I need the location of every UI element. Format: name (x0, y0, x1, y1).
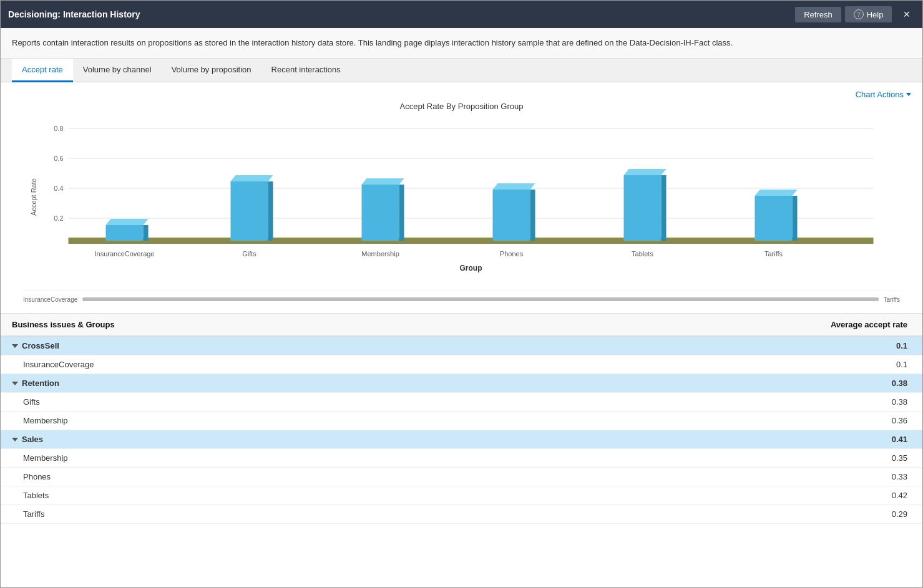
table-row: Membership 0.36 (1, 411, 922, 430)
chart-actions-arrow-icon (906, 93, 911, 96)
group-name-cell: Retention (1, 374, 506, 392)
svg-text:Tablets: Tablets (632, 250, 653, 258)
scroll-right-label: Tariffs (884, 296, 901, 303)
bar-chart: Accept Rate 0.8 0.6 0.4 0.2 (12, 116, 911, 278)
svg-rect-25 (793, 196, 798, 241)
bar-membership (362, 185, 399, 241)
app-window: Decisioning: Interaction History Refresh… (0, 0, 923, 588)
svg-text:0.4: 0.4 (54, 185, 63, 192)
titlebar: Decisioning: Interaction History Refresh… (1, 1, 922, 28)
close-icon: × (903, 8, 910, 21)
group-name-cell: CrossSell (1, 336, 506, 355)
svg-rect-13 (268, 181, 273, 241)
child-name-cell: Tariffs (1, 504, 506, 523)
svg-text:0.6: 0.6 (54, 155, 63, 162)
scrollbar-track[interactable] (82, 297, 878, 301)
svg-text:0.8: 0.8 (54, 125, 63, 132)
bar-phones (493, 190, 530, 241)
group-name-cell: Sales (1, 430, 506, 448)
svg-marker-21 (624, 169, 667, 175)
svg-text:Gifts: Gifts (242, 250, 256, 258)
child-value-cell: 0.35 (506, 448, 922, 467)
child-name-cell: Membership (1, 448, 506, 467)
refresh-button[interactable]: Refresh (795, 7, 841, 22)
svg-marker-18 (493, 183, 535, 190)
bar-insurancecoverage (106, 225, 144, 241)
child-value-cell: 0.38 (506, 392, 922, 411)
svg-text:Tariffs: Tariffs (764, 250, 783, 258)
x-axis-title: Group (460, 264, 482, 272)
child-name-cell: Gifts (1, 392, 506, 411)
window-title: Decisioning: Interaction History (8, 9, 795, 19)
svg-text:0.2: 0.2 (54, 214, 63, 222)
chart-wrapper: Accept Rate 0.8 0.6 0.4 0.2 (12, 116, 911, 291)
chart-title: Accept Rate By Proposition Group (12, 102, 911, 111)
expand-icon (12, 382, 18, 385)
child-value-cell: 0.29 (506, 504, 922, 523)
table-row: Membership 0.35 (1, 448, 922, 467)
chart-actions-bar: Chart Actions (12, 90, 911, 99)
child-value-cell: 0.33 (506, 467, 922, 486)
help-icon: ? (854, 9, 864, 19)
refresh-label: Refresh (804, 10, 833, 19)
bar-gifts (231, 181, 268, 241)
tab-accept-rate[interactable]: Accept rate (12, 59, 73, 82)
tabs-bar: Accept rate Volume by channel Volume by … (1, 59, 922, 82)
svg-text:Membership: Membership (361, 250, 399, 258)
child-value-cell: 0.36 (506, 411, 922, 430)
svg-marker-24 (755, 190, 798, 196)
table-row: Tariffs 0.29 (1, 504, 922, 523)
svg-text:InsuranceCoverage: InsuranceCoverage (94, 250, 154, 258)
table-row: Tablets 0.42 (1, 486, 922, 504)
svg-rect-19 (530, 190, 535, 241)
child-name-cell: Phones (1, 467, 506, 486)
svg-marker-15 (362, 178, 404, 185)
chart-scrollbar[interactable]: InsuranceCoverage Tariffs (23, 291, 900, 308)
svg-marker-9 (106, 219, 149, 225)
bar-tablets (624, 175, 662, 241)
chart-actions-label: Chart Actions (856, 90, 904, 99)
col2-header: Average accept rate (506, 314, 922, 336)
table-row[interactable]: CrossSell 0.1 (1, 336, 922, 355)
svg-rect-16 (399, 185, 404, 241)
child-value-cell: 0.1 (506, 355, 922, 374)
child-name-cell: Membership (1, 411, 506, 430)
titlebar-actions: Refresh ? Help × (795, 6, 915, 22)
tab-volume-by-channel[interactable]: Volume by channel (73, 59, 162, 82)
tab-recent-interactions[interactable]: Recent interactions (261, 59, 351, 82)
table-row: InsuranceCoverage 0.1 (1, 355, 922, 374)
scroll-left-label: InsuranceCoverage (23, 296, 77, 303)
child-value-cell: 0.42 (506, 486, 922, 504)
y-axis-label: Accept Rate (30, 178, 37, 216)
help-label: Help (867, 10, 884, 19)
table-row[interactable]: Sales 0.41 (1, 430, 922, 448)
child-name-cell: InsuranceCoverage (1, 355, 506, 374)
table-section: Business issues & Groups Average accept … (1, 314, 922, 588)
close-button[interactable]: × (898, 7, 915, 22)
group-value-cell: 0.1 (506, 336, 922, 355)
child-name-cell: Tablets (1, 486, 506, 504)
group-value-cell: 0.38 (506, 374, 922, 392)
svg-text:Phones: Phones (500, 250, 524, 258)
expand-icon (12, 438, 18, 441)
help-button[interactable]: ? Help (845, 6, 892, 22)
table-row[interactable]: Retention 0.38 (1, 374, 922, 392)
svg-marker-12 (231, 175, 273, 181)
main-content: Chart Actions Accept Rate By Proposition… (1, 82, 922, 588)
svg-rect-10 (144, 225, 149, 241)
description-text: Reports contain interaction results on p… (12, 38, 733, 47)
chart-actions-button[interactable]: Chart Actions (856, 90, 911, 99)
tab-volume-by-proposition[interactable]: Volume by proposition (162, 59, 261, 82)
bar-tariffs (755, 196, 793, 241)
chart-section: Chart Actions Accept Rate By Proposition… (1, 82, 922, 314)
table-row: Phones 0.33 (1, 467, 922, 486)
data-table: Business issues & Groups Average accept … (1, 314, 922, 524)
svg-rect-22 (662, 175, 667, 241)
group-value-cell: 0.41 (506, 430, 922, 448)
expand-icon (12, 344, 18, 348)
table-row: Gifts 0.38 (1, 392, 922, 411)
col1-header: Business issues & Groups (1, 314, 506, 336)
description-area: Reports contain interaction results on p… (1, 28, 922, 59)
